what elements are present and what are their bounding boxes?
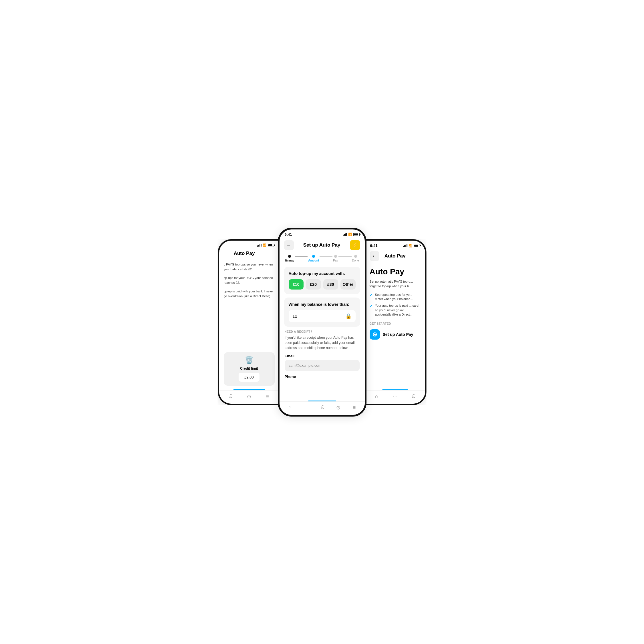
- left-wifi-icon: 📶: [263, 243, 267, 247]
- right-status-bar: 9:41 📶: [365, 241, 425, 249]
- center-status-bar: 9:41 📶: [280, 229, 365, 238]
- check-text-1: Set repeat top-ups for yo... meter when …: [375, 293, 421, 302]
- center-nav-menu[interactable]: ≡: [353, 405, 356, 411]
- left-menu-icon: ≡: [266, 393, 269, 399]
- amount-30-button[interactable]: £30: [323, 279, 338, 290]
- left-desc3: op-up is paid with your bank ll never go…: [224, 289, 275, 299]
- step-energy-label: Energy: [285, 259, 294, 262]
- credit-limit-label: Credit limit: [240, 366, 258, 370]
- balance-card: When my balance is lower than: £2 🔒: [284, 298, 360, 327]
- left-status-bar: 📶: [219, 241, 279, 248]
- bolt-icon: ⚡: [352, 242, 358, 248]
- right-track-icon: ⋯: [393, 393, 398, 400]
- center-action-button[interactable]: ⚡: [350, 240, 360, 250]
- topup-card: Auto top-up my account with: £10 £20 £30…: [284, 267, 360, 294]
- left-nav-title: Auto Pay: [234, 251, 255, 256]
- step-pay: Pay: [333, 255, 338, 262]
- app-scene: 📶 Auto Pay c PAYG top-ups so you never w…: [165, 216, 479, 428]
- right-phone: 9:41 📶 ← Auto Pay Auto Pay: [364, 239, 427, 405]
- right-status-time: 9:41: [370, 243, 378, 248]
- check-mark-1: ✓: [370, 293, 373, 297]
- menu-icon: ≡: [353, 405, 356, 411]
- left-signal: [257, 244, 261, 247]
- check-text-2: Your auto top-up is paid ... card, so yo…: [375, 304, 421, 317]
- amount-options: £10 £20 £30 Other: [289, 279, 356, 290]
- right-battery-icon: [414, 244, 420, 247]
- step-amount-label: Amount: [308, 259, 319, 262]
- credit-limit-section: 🗑️ Credit limit £2.00: [224, 352, 275, 386]
- balance-value: £2: [293, 314, 298, 318]
- center-nav-header: ← Set up Auto Pay ⚡: [280, 238, 365, 253]
- center-back-button[interactable]: ←: [284, 240, 294, 250]
- step-pay-label: Pay: [333, 259, 338, 262]
- right-bill-icon: £: [412, 393, 415, 399]
- email-input[interactable]: [285, 360, 360, 371]
- step-amount: Amount: [308, 255, 319, 262]
- left-phone: 📶 Auto Pay c PAYG top-ups so you never w…: [218, 239, 281, 405]
- step-line-3: [338, 256, 351, 257]
- receipt-heading: NEED A RECEIPT?: [285, 330, 360, 333]
- left-bottom-nav: £ ⊙ ≡: [219, 390, 279, 404]
- left-nav-help[interactable]: ⊙: [247, 393, 251, 400]
- help-icon: ⊙: [336, 405, 340, 411]
- left-nav-menu[interactable]: ≡: [266, 393, 269, 399]
- check-item-2: ✓ Your auto top-up is paid ... card, so …: [370, 304, 421, 317]
- step-done-dot: [354, 255, 357, 258]
- center-signal: [343, 233, 347, 236]
- credit-limit-value: £2.00: [239, 373, 259, 382]
- right-content: Auto Pay Set up automatic PAYG top-u... …: [365, 263, 425, 389]
- amount-10-button[interactable]: £10: [289, 279, 304, 290]
- left-desc1: c PAYG top-ups so you never when your ba…: [224, 262, 275, 272]
- right-nav-title: Auto Pay: [385, 253, 406, 259]
- setup-btn-label: Set up Auto Pay: [383, 332, 413, 337]
- step-done-label: Done: [352, 259, 359, 262]
- get-started-label: GET STARTED: [370, 321, 421, 325]
- center-battery-icon: [353, 233, 360, 236]
- right-desc: Set up automatic PAYG top-u... forget to…: [370, 279, 421, 289]
- center-nav-help[interactable]: ⊙: [336, 405, 340, 411]
- setup-autopay-button[interactable]: Set up Auto Pay: [370, 328, 421, 341]
- left-nav-bill[interactable]: £: [229, 393, 232, 399]
- right-wifi-icon: 📶: [409, 244, 413, 247]
- right-nav-home[interactable]: ⌂: [375, 393, 378, 399]
- step-energy-dot: [288, 255, 291, 258]
- check-item-1: ✓ Set repeat top-ups for yo... meter whe…: [370, 293, 421, 302]
- amount-20-button[interactable]: £20: [306, 279, 321, 290]
- trash-icon[interactable]: 🗑️: [245, 356, 253, 364]
- email-label: Email: [285, 354, 360, 358]
- topup-card-title: Auto top-up my account with:: [289, 271, 356, 276]
- bill-icon: £: [321, 405, 324, 411]
- left-content: c PAYG top-ups so you never when your ba…: [219, 259, 279, 389]
- right-big-title: Auto Pay: [370, 267, 421, 276]
- right-nav-track[interactable]: ⋯: [393, 393, 398, 400]
- center-status-time: 9:41: [285, 232, 292, 237]
- right-home-icon: ⌂: [375, 393, 378, 399]
- balance-card-title: When my balance is lower than:: [289, 302, 356, 307]
- center-phone: 9:41 📶 ← Set up Auto Pay ⚡: [278, 228, 366, 417]
- center-nav-title: Set up Auto Pay: [303, 242, 340, 248]
- step-amount-dot: [312, 255, 315, 258]
- receipt-desc: If you'd like a receipt when your Auto P…: [285, 335, 360, 350]
- amount-other-button[interactable]: Other: [340, 279, 356, 290]
- setup-icon: [370, 329, 380, 340]
- receipt-section: NEED A RECEIPT? If you'd like a receipt …: [284, 330, 360, 381]
- center-scroll-content: Auto top-up my account with: £10 £20 £30…: [280, 263, 365, 401]
- right-nav-header: ← Auto Pay: [365, 249, 425, 263]
- right-nav-bill[interactable]: £: [412, 393, 415, 399]
- center-nav-bill[interactable]: £: [321, 405, 324, 411]
- progress-steps: Energy Amount Pay Done: [280, 253, 365, 263]
- right-back-button[interactable]: ←: [370, 251, 379, 261]
- center-nav-home[interactable]: ⌂: [288, 405, 292, 411]
- step-done: Done: [352, 255, 359, 262]
- left-bill-icon: £: [229, 393, 232, 399]
- center-nav-track[interactable]: ⋯: [304, 405, 309, 411]
- center-bottom-nav: ⌂ ⋯ £ ⊙ ≡: [280, 401, 365, 415]
- step-energy: Energy: [285, 255, 294, 262]
- step-line-2: [320, 256, 332, 257]
- balance-row: £2 🔒: [289, 310, 356, 322]
- phone-label: Phone: [285, 374, 360, 379]
- check-mark-2: ✓: [370, 304, 373, 308]
- left-status-icons: 📶: [257, 243, 274, 247]
- home-icon: ⌂: [288, 405, 292, 411]
- step-pay-dot: [334, 255, 337, 258]
